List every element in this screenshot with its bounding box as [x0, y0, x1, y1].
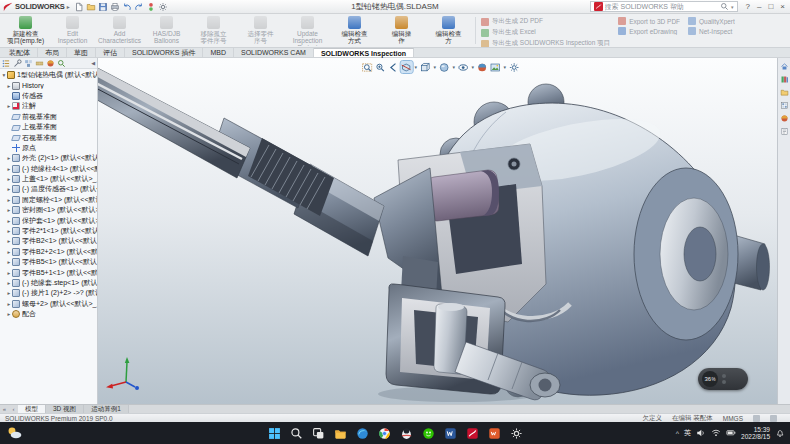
feature-manager-icon[interactable]: [2, 59, 11, 68]
chrome-icon[interactable]: [376, 425, 392, 441]
properties-icon[interactable]: [780, 127, 789, 136]
explorer-icon[interactable]: [780, 88, 789, 97]
ribbon-has-djb-balloons-button[interactable]: HAS/DJB Balloons: [143, 15, 190, 46]
hidden-icons-chevron[interactable]: ^: [676, 430, 679, 437]
tab-装配体[interactable]: 装配体: [2, 48, 38, 57]
wps-icon[interactable]: [486, 425, 502, 441]
menu-expand-arrow[interactable]: ▸: [67, 3, 70, 10]
save-icon[interactable]: [98, 2, 108, 12]
tree-item[interactable]: 原点: [0, 143, 97, 153]
bell-icon[interactable]: [775, 428, 785, 438]
search-icon[interactable]: [720, 2, 729, 11]
design-library-icon[interactable]: [780, 75, 789, 84]
status-icon-a[interactable]: [753, 415, 760, 422]
chevron-down-icon[interactable]: ▾: [451, 64, 456, 70]
tree-item[interactable]: 右视基准面: [0, 132, 97, 142]
edge-icon[interactable]: [354, 425, 370, 441]
wechat-icon[interactable]: [420, 425, 436, 441]
word-icon[interactable]: [442, 425, 458, 441]
tab-mbd[interactable]: MBD: [203, 48, 234, 57]
settings-icon[interactable]: [508, 425, 524, 441]
tree-item[interactable]: 传感器: [0, 91, 97, 101]
view-palette-icon[interactable]: [780, 101, 789, 110]
chevron-down-icon[interactable]: ▾: [470, 64, 475, 70]
redo-icon[interactable]: [134, 2, 144, 12]
zoom-area-icon[interactable]: [374, 61, 386, 73]
options-icon[interactable]: [158, 2, 168, 12]
view-orientation-icon[interactable]: [419, 61, 431, 73]
doc-tab-3D-视图[interactable]: 3D 视图: [46, 405, 84, 413]
help-button[interactable]: ?: [746, 1, 750, 13]
taskbar-search-icon[interactable]: [288, 425, 304, 441]
previous-view-icon[interactable]: [387, 61, 399, 73]
clock[interactable]: 15:392022/8/15: [741, 426, 770, 441]
ribbon-export-3d-pdf-button[interactable]: Export to 3D PDF: [618, 17, 680, 25]
qq-icon[interactable]: [398, 425, 414, 441]
tree-item[interactable]: ▸(-) 接片1 (2)+2> ->? (默认<<默认>_显...: [0, 288, 97, 298]
appearances-icon[interactable]: [780, 114, 789, 123]
minimize-button[interactable]: –: [757, 1, 761, 13]
graphics-viewport[interactable]: ▾▾▾▾▾ 36%: [98, 58, 777, 404]
tree-item[interactable]: ▸零件2*1<1> (默认<<默认>_显示状态: [0, 226, 97, 236]
configuration-manager-icon[interactable]: [24, 59, 33, 68]
tree-item[interactable]: ▸固定螺栓<1> (默认<<默认>_显示状态: [0, 195, 97, 205]
tree-item[interactable]: ▸(-) 绝缘套.step<1> (默认<<默认...: [0, 278, 97, 288]
edit-appearance-icon[interactable]: [476, 61, 488, 73]
status-icon-b[interactable]: [770, 415, 777, 422]
home-icon[interactable]: [780, 62, 789, 71]
ribbon-new-inspection-project-button[interactable]: 新建检查 项目(emp.fe): [2, 15, 49, 46]
ribbon-export-sw-inspection-button[interactable]: 导出生成 SOLIDWORKS Inspection 项目: [481, 39, 610, 48]
tree-item[interactable]: ▸零件B5<1> (默认<<默认>_显...: [0, 257, 97, 267]
dimxpert-manager-icon[interactable]: [35, 59, 44, 68]
doc-tab-模型[interactable]: 模型: [18, 405, 46, 413]
tab-solidworks-inspection[interactable]: SOLIDWORKS Inspection: [314, 48, 414, 57]
property-manager-icon[interactable]: [13, 59, 22, 68]
display-manager-icon[interactable]: [46, 59, 55, 68]
ribbon-edit-inspection-button[interactable]: Edit Inspection: [49, 15, 96, 46]
start-icon[interactable]: [266, 425, 282, 441]
section-view-icon[interactable]: [400, 61, 412, 73]
tree-item[interactable]: 上视基准面: [0, 122, 97, 132]
weather-widget[interactable]: [6, 425, 22, 441]
ribbon-remove-orphan-balloons-button[interactable]: 移除孤立 零件序号: [190, 15, 237, 46]
new-file-icon[interactable]: [74, 2, 84, 12]
tree-item[interactable]: ▸零件B2<1> (默认<<默认>_显...: [0, 236, 97, 246]
doc-tab-运动算例1[interactable]: 运动算例1: [84, 405, 129, 413]
tree-item[interactable]: ▸注解: [0, 101, 97, 111]
explorer-taskbar-icon[interactable]: [332, 425, 348, 441]
tree-item[interactable]: ▸密封圈<1> (默认<<默认>_显...: [0, 205, 97, 215]
tree-item[interactable]: ▸螺母+2> (默认<<默认>_显示状态: [0, 299, 97, 309]
open-icon[interactable]: [86, 2, 96, 12]
chevron-down-icon[interactable]: ▾: [413, 64, 418, 70]
tab-布局[interactable]: 布局: [38, 48, 67, 57]
search-chevron-down-icon[interactable]: ▾: [731, 4, 734, 10]
close-button[interactable]: ×: [780, 1, 785, 13]
tree-item[interactable]: ▸(-) 温度传感器<1> (默认<<默认...: [0, 184, 97, 194]
print-icon[interactable]: [110, 2, 120, 12]
network-icon[interactable]: [711, 428, 721, 438]
ribbon-net-inspect-button[interactable]: Net-Inspect: [688, 27, 735, 35]
rebuild-icon[interactable]: [146, 2, 156, 12]
ribbon-select-balloons-button[interactable]: 选择零件 序号: [237, 15, 284, 46]
tree-item[interactable]: ▸上盖<1> (默认<<默认>_显示状...: [0, 174, 97, 184]
tree-item[interactable]: ▾1型铂铑热电偶 (默认<默认_显示状态-1): [0, 70, 97, 80]
solidworks-icon[interactable]: [464, 425, 480, 441]
search-input[interactable]: 搜索 SOLIDWORKS 帮助: [605, 2, 718, 12]
doc-tabs-scroll-arrow[interactable]: «: [0, 405, 9, 413]
inspection-manager-icon[interactable]: [57, 59, 66, 68]
ribbon-edit-operation-button[interactable]: 编辑操 作: [378, 15, 425, 46]
ribbon-edit-inspection-2-button[interactable]: 编辑检查 方: [425, 15, 472, 46]
ribbon-export-edrawing-button[interactable]: Export eDrawing: [618, 27, 680, 35]
chevron-down-icon[interactable]: ▾: [432, 64, 437, 70]
tree-item[interactable]: ▸History: [0, 80, 97, 90]
tree-item[interactable]: ▸零件B2+2<1> (默认<<默认>_显...: [0, 247, 97, 257]
ribbon-add-characteristics-button[interactable]: Add Characteristics: [96, 15, 143, 46]
tab-草图[interactable]: 草图: [67, 48, 96, 57]
apply-scene-icon[interactable]: [489, 61, 501, 73]
doc-tabs-scroll-arrow[interactable]: ‹: [9, 405, 18, 413]
tree-item[interactable]: ▸保护套<1> (默认<<默认>_显示状...: [0, 215, 97, 225]
tree-item[interactable]: ▸配合: [0, 309, 97, 319]
panel-collapse-arrow[interactable]: ◀: [91, 60, 95, 66]
tree-item[interactable]: ▸(-) 绝缘柱4<1> (默认<<默认>_显...: [0, 164, 97, 174]
maximize-button[interactable]: □: [768, 1, 773, 13]
